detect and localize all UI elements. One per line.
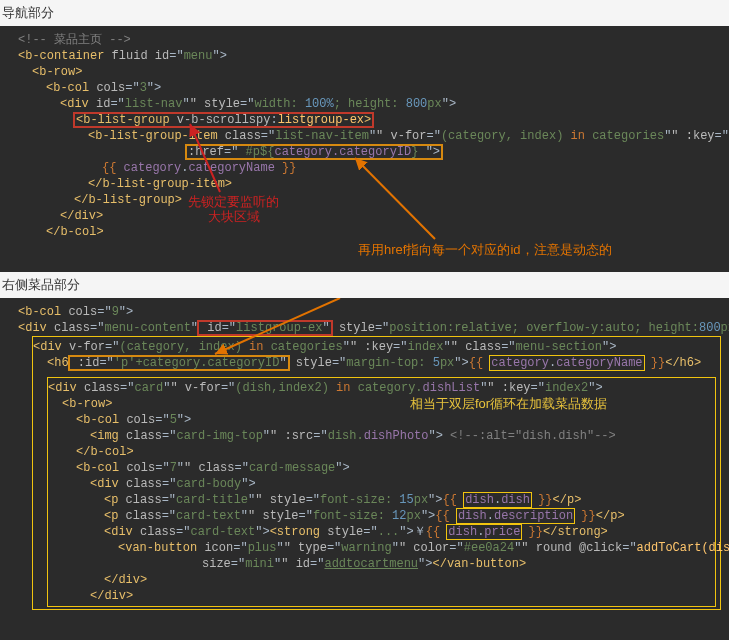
highlight-listgroup-scrollspy: <b-list-group v-b-scrollspy:listgroup-ex… [74,113,373,127]
highlight-href-binding: :href=" #p${category.categoryID} "> [186,145,442,159]
section-label-right: 右侧菜品部分 [0,272,729,298]
code-block-1: <!-- 菜品主页 --> <b-container fluid id="men… [0,26,729,272]
yellow-outer-box: <div v-for="(category, index) in categor… [32,336,721,610]
annotation-yellow: 相当于双层for循环在加载菜品数据 [410,396,607,412]
highlight-id-category: :id="'p'+category.categoryID" [69,356,289,370]
annotation-orange: 再用href指向每一个对应的id，注意是动态的 [358,242,612,258]
annotation-red: 先锁定要监听的 大块区域 [188,194,279,224]
yellow-inner-box: <div class="card"" v-for="(dish,index2) … [47,377,716,607]
highlight-id-listgroup-ex: id="listgroup-ex" [198,321,332,335]
section-label-nav: 导航部分 [0,0,729,26]
code-block-2: <b-col cols="9"> <div class="menu-conten… [0,298,729,640]
